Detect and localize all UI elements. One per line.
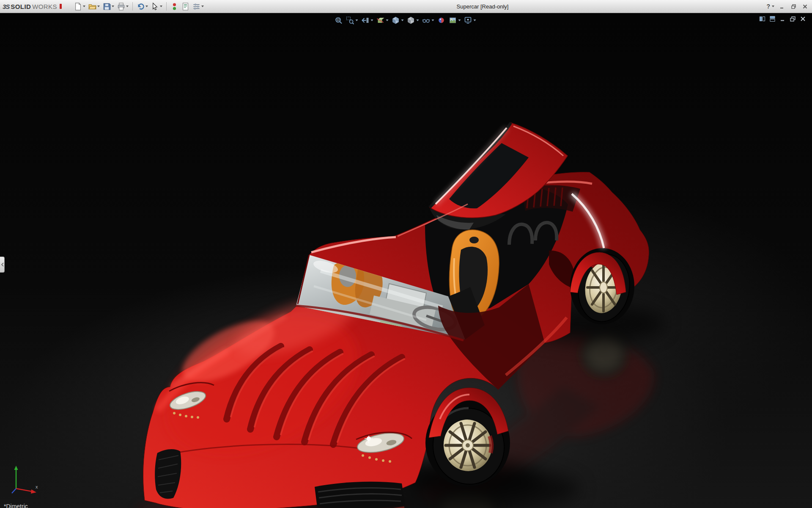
view-orientation-caret[interactable] xyxy=(401,19,404,21)
undo-icon xyxy=(137,3,145,11)
open-folder-icon xyxy=(88,3,96,11)
file-properties-icon xyxy=(181,3,189,11)
previous-view-button[interactable] xyxy=(360,15,374,25)
section-view-icon xyxy=(376,16,385,25)
brand-works: WORKS xyxy=(32,3,57,10)
view-settings-caret[interactable] xyxy=(474,19,476,21)
apply-scene-icon xyxy=(449,16,457,25)
x-axis-arrow[interactable] xyxy=(31,489,36,494)
tile-horizontal-icon xyxy=(769,16,776,22)
y-axis-arrow[interactable] xyxy=(14,466,18,470)
window-title: Supercar [Read-only] xyxy=(457,3,509,10)
rebuild-button[interactable] xyxy=(169,1,180,11)
section-view-caret[interactable] xyxy=(386,19,389,21)
options-button[interactable] xyxy=(191,1,205,11)
toolbar-separator xyxy=(132,2,133,11)
window-controls: ? xyxy=(766,0,809,13)
previous-view-icon xyxy=(361,16,370,25)
zoom-to-fit-icon xyxy=(335,16,343,25)
display-style-button[interactable] xyxy=(406,15,420,25)
open-button[interactable] xyxy=(87,1,101,11)
help-label: ? xyxy=(766,3,770,10)
display-style-caret[interactable] xyxy=(417,19,419,21)
new-caret[interactable] xyxy=(83,6,85,7)
apply-scene-caret[interactable] xyxy=(458,19,461,21)
minimize-app-button[interactable] xyxy=(778,3,786,10)
save-caret[interactable] xyxy=(112,6,114,7)
expand-panel-icon xyxy=(1,262,4,267)
undo-button[interactable] xyxy=(135,1,149,11)
new-document-icon xyxy=(74,3,82,11)
toolbar-separator xyxy=(166,2,167,11)
view-settings-icon xyxy=(464,16,472,25)
zoom-to-area-icon xyxy=(346,16,354,25)
minimize-icon xyxy=(779,4,785,9)
tile-vertical-button[interactable] xyxy=(759,16,765,22)
restore-app-button[interactable] xyxy=(790,3,797,10)
help-button[interactable]: ? xyxy=(766,3,774,10)
section-view-button[interactable] xyxy=(376,15,390,25)
edit-appearance-ball-icon xyxy=(437,16,446,25)
z-axis-arrow[interactable] xyxy=(12,489,16,493)
zoom-to-fit-button[interactable] xyxy=(334,15,344,25)
graphics-area[interactable]: x *Dimetric xyxy=(0,13,812,508)
print-button[interactable] xyxy=(116,1,130,11)
main-toolbar xyxy=(73,1,205,11)
save-button[interactable] xyxy=(102,1,115,11)
view-orientation-label: *Dimetric xyxy=(4,503,28,508)
close-icon xyxy=(802,4,808,9)
print-icon xyxy=(117,3,125,11)
supercar-model[interactable] xyxy=(0,13,812,508)
previous-view-caret[interactable] xyxy=(371,19,373,21)
select-cursor-icon xyxy=(151,3,159,11)
help-caret[interactable] xyxy=(772,6,774,7)
reference-triad[interactable]: x xyxy=(8,464,42,496)
open-caret[interactable] xyxy=(97,6,100,7)
x-axis-label: x xyxy=(36,484,38,489)
hide-show-items-button[interactable] xyxy=(421,15,435,25)
select-caret[interactable] xyxy=(160,6,162,7)
view-orientation-cube-icon xyxy=(392,16,400,25)
view-settings-button[interactable] xyxy=(463,15,477,25)
3ds-logo-icon: 3S xyxy=(3,3,9,10)
tile-horizontal-button[interactable] xyxy=(769,16,776,22)
featuremanager-collapsed-tab[interactable] xyxy=(0,257,5,273)
close-doc-icon xyxy=(800,16,806,22)
heads-up-view-toolbar xyxy=(334,15,477,25)
titlebar: 3S SOLIDWORKS xyxy=(0,0,812,13)
options-sliders-icon xyxy=(192,3,200,11)
minimize-doc-icon xyxy=(779,16,786,22)
restore-doc-button[interactable] xyxy=(790,16,796,22)
zoom-to-area-button[interactable] xyxy=(345,15,359,25)
new-button[interactable] xyxy=(73,1,87,11)
undo-caret[interactable] xyxy=(145,6,148,7)
brand-solid: SOLID xyxy=(11,3,31,10)
rebuild-icon xyxy=(170,3,178,11)
solidworks-logo: 3S SOLIDWORKS xyxy=(0,0,65,13)
edit-appearance-button[interactable] xyxy=(436,15,447,25)
view-orientation-button[interactable] xyxy=(391,15,405,25)
select-button[interactable] xyxy=(150,1,164,11)
hide-show-items-caret[interactable] xyxy=(432,19,434,21)
apply-scene-button[interactable] xyxy=(448,15,462,25)
close-app-button[interactable] xyxy=(801,3,809,10)
zoom-to-area-caret[interactable] xyxy=(356,19,358,21)
document-window-controls xyxy=(759,16,806,22)
print-caret[interactable] xyxy=(126,6,129,7)
close-doc-button[interactable] xyxy=(800,16,806,22)
restore-doc-icon xyxy=(790,16,796,22)
save-floppy-icon xyxy=(103,3,111,11)
minimize-doc-button[interactable] xyxy=(779,16,786,22)
display-style-icon xyxy=(407,16,415,25)
brand-accent xyxy=(60,4,62,9)
tile-vertical-icon xyxy=(759,16,765,22)
file-properties-button[interactable] xyxy=(180,1,191,11)
options-caret[interactable] xyxy=(201,6,204,7)
restore-icon xyxy=(791,4,796,9)
hide-show-glasses-icon xyxy=(422,16,431,25)
